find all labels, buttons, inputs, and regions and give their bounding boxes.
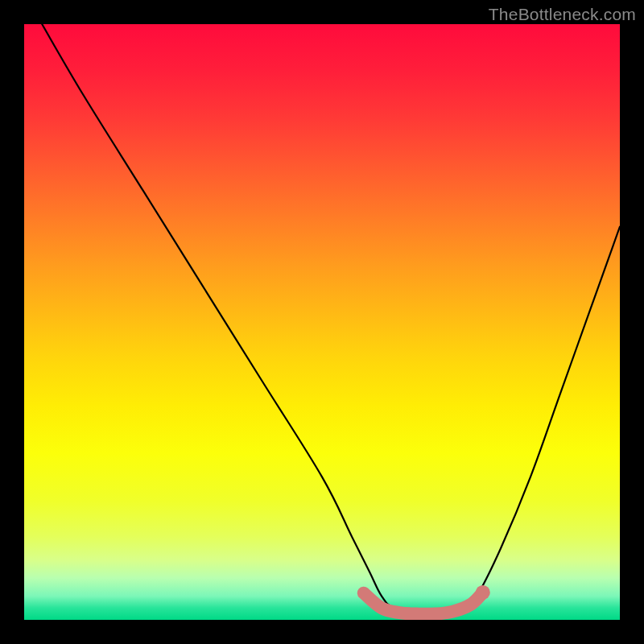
- watermark-text: TheBottleneck.com: [489, 5, 636, 24]
- chart-frame: TheBottleneck.com: [0, 0, 644, 644]
- chart-gradient-background: [24, 24, 620, 620]
